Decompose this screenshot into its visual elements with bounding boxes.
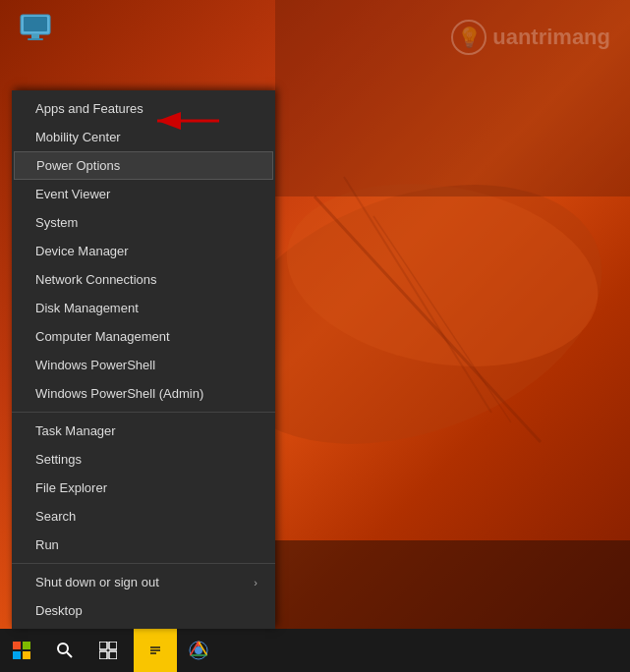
- svg-rect-14: [23, 642, 30, 649]
- menu-item-apps-features[interactable]: Apps and Features: [12, 94, 275, 123]
- menu-item-arrow-shut-down-sign-out: ›: [254, 577, 258, 588]
- menu-item-label-system: System: [35, 215, 78, 230]
- windows-logo-icon: [13, 642, 30, 659]
- watermark: 💡 uantrimang: [451, 20, 610, 55]
- menu-item-label-computer-management: Computer Management: [35, 329, 170, 344]
- svg-rect-9: [31, 34, 39, 38]
- menu-item-settings[interactable]: Settings: [12, 445, 275, 474]
- search-button[interactable]: [43, 629, 86, 672]
- menu-item-label-disk-management: Disk Management: [35, 301, 139, 315]
- menu-item-label-windows-powershell-admin: Windows PowerShell (Admin): [35, 386, 203, 401]
- menu-item-label-event-viewer: Event Viewer: [35, 187, 110, 201]
- menu-item-computer-management[interactable]: Computer Management: [12, 322, 275, 351]
- menu-item-label-file-explorer: File Explorer: [35, 480, 107, 495]
- menu-item-mobility-center[interactable]: Mobility Center: [12, 123, 275, 151]
- svg-rect-10: [28, 38, 43, 40]
- chrome-icon: [189, 641, 208, 660]
- sticky-notes-button[interactable]: [134, 629, 177, 672]
- svg-rect-22: [109, 651, 117, 659]
- menu-item-event-viewer[interactable]: Event Viewer: [12, 180, 275, 208]
- desktop-computer-icon: [20, 14, 51, 41]
- menu-item-label-settings: Settings: [35, 452, 82, 467]
- menu-item-label-network-connections: Network Connections: [35, 272, 157, 287]
- menu-item-system[interactable]: System: [12, 208, 275, 237]
- search-icon: [56, 642, 74, 659]
- menu-item-label-device-manager: Device Manager: [35, 244, 129, 258]
- menu-item-label-power-options: Power Options: [36, 158, 120, 173]
- svg-point-28: [195, 646, 202, 654]
- menu-item-run[interactable]: Run: [12, 531, 275, 559]
- svg-rect-19: [99, 642, 107, 649]
- watermark-icon: 💡: [451, 20, 487, 55]
- menu-item-shut-down-sign-out[interactable]: Shut down or sign out›: [12, 568, 275, 596]
- svg-rect-15: [13, 651, 21, 659]
- menu-item-label-desktop: Desktop: [35, 603, 83, 618]
- menu-item-label-search: Search: [35, 509, 76, 524]
- menu-item-power-options[interactable]: Power Options: [14, 151, 273, 180]
- start-button[interactable]: [0, 629, 43, 672]
- sticky-notes-icon: [146, 642, 164, 659]
- menu-item-label-windows-powershell: Windows PowerShell: [35, 358, 155, 372]
- menu-divider-run: [12, 563, 275, 564]
- menu-item-disk-management[interactable]: Disk Management: [12, 294, 275, 322]
- menu-item-label-task-manager: Task Manager: [35, 423, 116, 438]
- menu-item-file-explorer[interactable]: File Explorer: [12, 474, 275, 502]
- context-menu: Apps and FeaturesMobility CenterPower Op…: [12, 90, 275, 629]
- svg-rect-8: [24, 17, 47, 31]
- menu-item-search[interactable]: Search: [12, 502, 275, 531]
- menu-item-device-manager[interactable]: Device Manager: [12, 237, 275, 265]
- computer-svg: [20, 14, 51, 41]
- menu-item-label-apps-features: Apps and Features: [35, 101, 143, 116]
- menu-item-label-shut-down-sign-out: Shut down or sign out: [35, 575, 159, 589]
- menu-item-label-mobility-center: Mobility Center: [35, 130, 121, 144]
- svg-rect-20: [109, 642, 117, 649]
- taskbar: [0, 629, 630, 672]
- menu-item-desktop[interactable]: Desktop: [12, 596, 275, 625]
- watermark-text: uantrimang: [492, 25, 610, 50]
- menu-item-windows-powershell[interactable]: Windows PowerShell: [12, 351, 275, 379]
- svg-point-17: [58, 644, 68, 653]
- menu-item-windows-powershell-admin[interactable]: Windows PowerShell (Admin): [12, 379, 275, 408]
- svg-rect-21: [99, 651, 107, 659]
- menu-item-task-manager[interactable]: Task Manager: [12, 417, 275, 445]
- svg-line-18: [67, 652, 72, 657]
- menu-item-label-run: Run: [35, 537, 59, 552]
- menu-item-network-connections[interactable]: Network Connections: [12, 265, 275, 294]
- svg-rect-16: [23, 651, 30, 659]
- task-view-icon: [99, 642, 117, 659]
- chrome-button[interactable]: [177, 629, 220, 672]
- task-view-button[interactable]: [86, 629, 130, 672]
- menu-divider-windows-powershell-admin: [12, 412, 275, 413]
- svg-rect-13: [13, 642, 21, 649]
